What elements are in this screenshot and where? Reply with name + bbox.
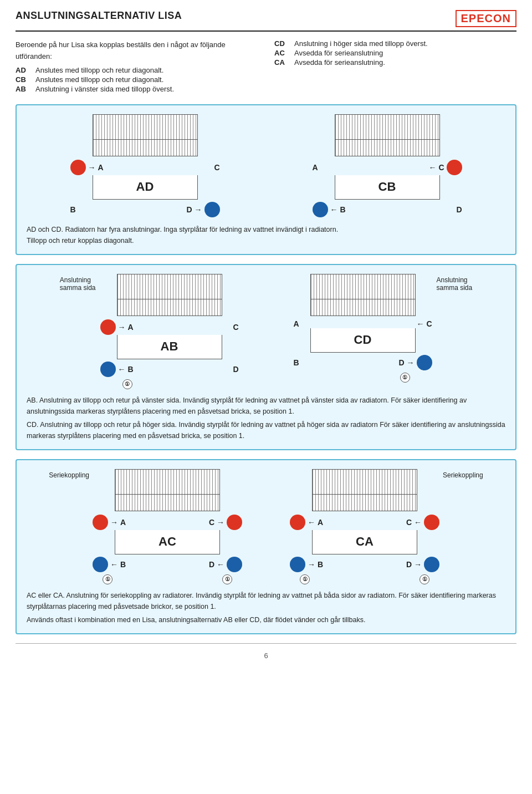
label-seriekoppling-right: Seriekoppling — [443, 471, 483, 479]
pos1-ca-left: ① — [300, 574, 310, 584]
circle-d-blue — [204, 202, 220, 217]
label-anslutning-samma-sida-right: Anslutningsamma sida — [437, 276, 473, 292]
section3-caption: AC eller CA. Anslutning för seriekopplin… — [27, 590, 505, 625]
section2-caption: AB. Anslutning av tillopp och retur på v… — [27, 395, 505, 441]
label-seriekoppling-left: Seriekoppling — [49, 471, 89, 479]
diagram-ab: Anslutningsamma sida → A C AB — [52, 274, 239, 389]
diagram-ad: → A C AD B D → — [70, 114, 220, 217]
page-number: 6 — [16, 652, 516, 660]
circle-c-red — [447, 160, 462, 175]
intro-section: Beroende på hur Lisa ska kopplas beställ… — [16, 39, 516, 94]
intro-right: CD Anslutning i höger sida med tillopp ö… — [274, 39, 516, 94]
pos1-cd: ① — [400, 373, 410, 383]
intro-prefix: Beroende på hur Lisa ska kopplas beställ… — [16, 39, 258, 63]
circle-a-red — [70, 160, 86, 175]
intro-left: Beroende på hur Lisa ska kopplas beställ… — [16, 39, 258, 94]
section2: Anslutningsamma sida → A C AB — [16, 264, 516, 450]
section3: Seriekoppling → A C → — [16, 459, 516, 634]
def-ac: AC Avsedda för serieanslutning — [274, 49, 516, 57]
page-divider — [16, 643, 516, 644]
def-ad: AD Anslutes med tillopp och retur diagon… — [16, 66, 258, 74]
def-ab: AB Anslutning i vänster sida med tillopp… — [16, 85, 258, 93]
diagram-ac: Seriekoppling → A C → — [48, 469, 242, 584]
circle-b-blue — [313, 202, 328, 217]
pos1-ac-right: ① — [222, 574, 232, 584]
def-cd: CD Anslutning i höger sida med tillopp ö… — [274, 39, 516, 48]
pos1-ab: ① — [122, 379, 132, 389]
pos1-ac-left: ① — [103, 574, 112, 584]
section1: → A C AD B D → — [16, 104, 516, 255]
diagram-cb: A ← C CB ← B D — [313, 114, 462, 217]
def-ca: CA Avsedda för serieanslutning. — [274, 58, 516, 67]
pos1-ca-right: ① — [420, 574, 429, 584]
page-header: ANSLUTNINGSALTERNATIV LISA EPECON — [16, 10, 516, 32]
def-cb: CB Anslutes med tillopp och retur diagon… — [16, 75, 258, 84]
page-title: ANSLUTNINGSALTERNATIV LISA — [16, 10, 182, 22]
diagram-ca: ← A C ← CA → B — [290, 469, 484, 584]
section1-caption: AD och CD. Radiatorn har fyra anslutning… — [27, 224, 505, 246]
epecon-logo: EPECON — [456, 10, 516, 27]
label-anslutning-samma-sida-left: Anslutningsamma sida — [60, 276, 96, 292]
diagram-cd: A ← C CD B D → — [294, 274, 481, 383]
